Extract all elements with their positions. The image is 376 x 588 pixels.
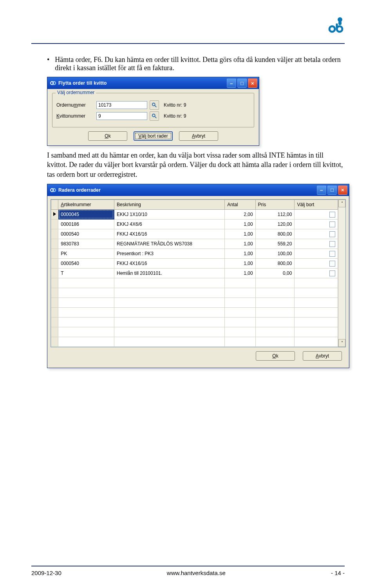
cell-pris[interactable]: 120,00 <box>255 219 295 229</box>
ordernummer-field[interactable] <box>96 101 147 109</box>
checkbox[interactable] <box>329 270 335 276</box>
cell-antal[interactable]: 1,00 <box>225 229 255 239</box>
table-row[interactable]: THemlån till 20100101.1,000,00 <box>51 268 338 278</box>
lookup-kvitto-button[interactable] <box>150 111 159 121</box>
cell-valj-bort[interactable] <box>295 268 338 278</box>
cell-valj-bort[interactable] <box>295 258 338 268</box>
avbryt-button[interactable]: Avbryt <box>179 131 218 141</box>
cell-artikelnummer[interactable]: T <box>58 268 114 278</box>
cell-pris[interactable]: 559,20 <box>255 239 295 249</box>
cell-antal[interactable]: 1,00 <box>225 219 255 229</box>
lookup-order-button[interactable] <box>150 100 159 110</box>
cell-artikelnummer[interactable]: PK <box>58 249 114 258</box>
table-row[interactable]: 0000540FKKJ 4X16/161,00800,00 <box>51 229 338 239</box>
svg-rect-1 <box>338 21 342 25</box>
scrollbar[interactable]: ˄ ˅ <box>338 200 345 347</box>
svg-point-7 <box>152 114 155 117</box>
cell-beskrivning[interactable]: FKKJ 4X16/16 <box>114 229 224 239</box>
dialog-title-bar[interactable]: Radera orderrader – □ × <box>47 184 349 196</box>
close-button[interactable]: × <box>338 185 347 195</box>
cell-antal[interactable]: 1,00 <box>225 268 255 278</box>
dialog-title-bar[interactable]: Flytta order till kvitto – □ × <box>47 77 259 89</box>
cell-valj-bort[interactable] <box>295 249 338 258</box>
cell-pris[interactable]: 0,00 <box>255 268 295 278</box>
table-row[interactable] <box>51 327 338 337</box>
table-row[interactable] <box>51 337 338 347</box>
svg-point-5 <box>152 103 155 106</box>
minimize-button[interactable]: – <box>317 185 326 195</box>
row-pointer <box>51 327 58 337</box>
minimize-button[interactable]: – <box>227 78 236 88</box>
table-row[interactable]: 0000540FKKJ 4X16/161,00800,00 <box>51 258 338 268</box>
table-row[interactable]: 0000186EKKJ 4X6/61,00120,00 <box>51 219 338 229</box>
checkbox[interactable] <box>329 231 335 237</box>
bullet-dot-icon: • <box>47 56 49 72</box>
row-pointer <box>51 307 58 317</box>
cell-artikelnummer[interactable]: 0000186 <box>58 219 114 229</box>
cell-artikelnummer[interactable]: 9830783 <box>58 239 114 249</box>
cell-antal[interactable]: 1,00 <box>225 258 255 268</box>
cell-pris[interactable]: 800,00 <box>255 229 295 239</box>
row-pointer <box>51 317 58 327</box>
cell-beskrivning[interactable]: REGNMÄTARE TRÅDLÖS WS7038 <box>114 239 224 249</box>
dialog-radera-orderrader: Radera orderrader – □ × ArtikelnummerBes… <box>47 184 349 368</box>
cell-valj-bort[interactable] <box>295 229 338 239</box>
table-row[interactable]: 9830783REGNMÄTARE TRÅDLÖS WS70381,00559,… <box>51 239 338 249</box>
table-row[interactable]: 0000045EKKJ 1X10/102,00112,00 <box>51 209 338 219</box>
checkbox[interactable] <box>329 241 335 247</box>
cell-beskrivning[interactable]: EKKJ 1X10/10 <box>114 209 224 219</box>
maximize-button[interactable]: □ <box>237 78 247 88</box>
cell-beskrivning[interactable]: Hemlån till 20100101. <box>114 268 224 278</box>
table-row[interactable] <box>51 298 338 307</box>
row-pointer <box>51 268 58 278</box>
footer-url: www.hantverksdata.se <box>167 570 226 576</box>
table-row[interactable] <box>51 307 338 317</box>
scroll-up-button[interactable]: ˄ <box>338 200 345 207</box>
table-row[interactable] <box>51 288 338 298</box>
ordernummer-info: Kvitto nr: 9 <box>164 102 186 108</box>
checkbox[interactable] <box>329 251 335 257</box>
groupbox-legend: Välj ordernummer <box>56 90 96 95</box>
row-pointer <box>51 249 58 258</box>
row-pointer <box>51 337 58 347</box>
cell-artikelnummer[interactable]: 0000540 <box>58 258 114 268</box>
logo-icon <box>327 16 345 34</box>
col-antal[interactable]: Antal <box>225 200 255 209</box>
table-row[interactable] <box>51 278 338 288</box>
col-valj-bort[interactable]: Välj bort <box>295 200 338 209</box>
cell-antal[interactable]: 1,00 <box>225 239 255 249</box>
cell-antal[interactable]: 2,00 <box>225 209 255 219</box>
cell-pris[interactable]: 100,00 <box>255 249 295 258</box>
col-artikelnummer[interactable]: Artikelnummer <box>58 200 114 209</box>
table-row[interactable]: PKPresentkort : PK31,00100,00 <box>51 249 338 258</box>
col-beskrivning[interactable]: Beskrivning <box>114 200 224 209</box>
cell-artikelnummer[interactable]: 0000540 <box>58 229 114 239</box>
row-pointer <box>51 278 58 288</box>
cell-beskrivning[interactable]: FKKJ 4X16/16 <box>114 258 224 268</box>
cell-valj-bort[interactable] <box>295 209 338 219</box>
maximize-button[interactable]: □ <box>327 185 337 195</box>
cell-valj-bort[interactable] <box>295 239 338 249</box>
cell-artikelnummer[interactable]: 0000045 <box>58 209 114 219</box>
valj-bort-rader-button[interactable]: Välj bort rader <box>134 131 173 141</box>
cell-pris[interactable]: 800,00 <box>255 258 295 268</box>
col-pris[interactable]: Pris <box>255 200 295 209</box>
kvittonummer-field[interactable] <box>96 112 147 120</box>
close-button[interactable]: × <box>248 78 257 88</box>
cell-beskrivning[interactable]: Presentkort : PK3 <box>114 249 224 258</box>
scroll-track[interactable] <box>338 207 345 339</box>
table-row[interactable] <box>51 317 338 327</box>
cell-pris[interactable]: 112,00 <box>255 209 295 219</box>
checkbox[interactable] <box>329 261 335 267</box>
cell-beskrivning[interactable]: EKKJ 4X6/6 <box>114 219 224 229</box>
avbryt-button[interactable]: Avbryt <box>303 351 342 361</box>
checkbox[interactable] <box>329 221 335 227</box>
checkbox[interactable] <box>329 212 335 218</box>
order-rows-grid: ArtikelnummerBeskrivningAntalPrisVälj bo… <box>51 199 346 347</box>
scroll-down-button[interactable]: ˅ <box>338 339 345 347</box>
kvittonummer-label: Kvittonummer <box>56 113 94 119</box>
ok-button[interactable]: Ok <box>88 131 127 141</box>
cell-antal[interactable]: 1,00 <box>225 249 255 258</box>
ok-button[interactable]: Ok <box>256 351 295 361</box>
cell-valj-bort[interactable] <box>295 219 338 229</box>
